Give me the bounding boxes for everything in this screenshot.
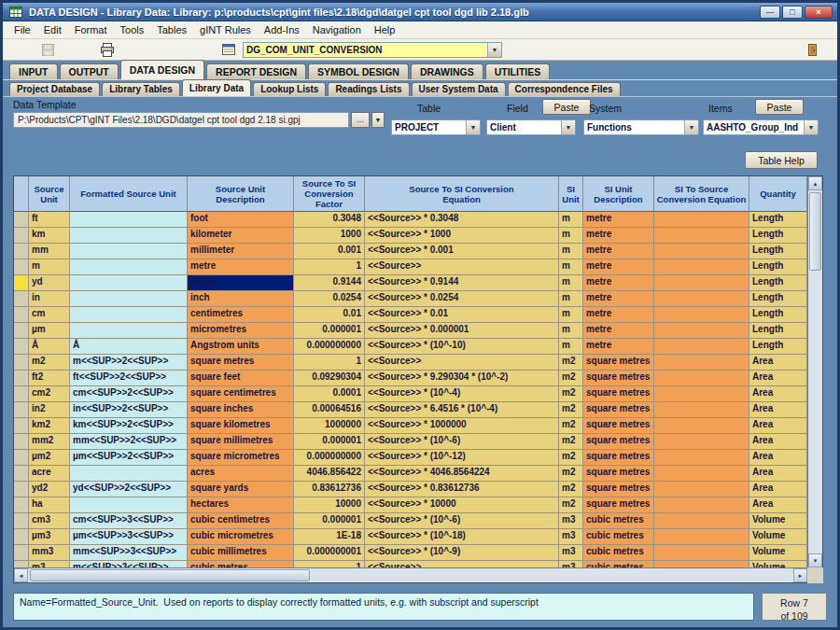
grid-cell[interactable]: Area	[749, 355, 807, 371]
grid-cell[interactable]: km	[29, 228, 70, 244]
row-selector[interactable]	[14, 482, 29, 497]
horizontal-scroll-thumb[interactable]	[30, 569, 310, 581]
grid-cell[interactable]: 0.000000001	[294, 545, 365, 561]
grid-cell[interactable]: m	[559, 275, 583, 291]
row-selector[interactable]	[14, 466, 29, 482]
grid-cell[interactable]	[70, 228, 188, 244]
grid-cell[interactable]: 0.9144	[294, 275, 365, 291]
grid-cell[interactable]: <<Source>> * 6.4516 * (10^-4)	[365, 402, 559, 418]
grid-cell[interactable]: mm<<SUP>>3<<SUP>>	[70, 545, 188, 561]
row-selector[interactable]	[14, 291, 29, 307]
grid-cell[interactable]: cm3	[29, 513, 70, 529]
grid-cell[interactable]	[70, 497, 188, 513]
grid-cell[interactable]: Length	[749, 339, 807, 355]
grid-cell[interactable]: cubic metres	[583, 561, 654, 567]
grid-cell[interactable]: 0.0001	[294, 386, 365, 402]
grid-cell[interactable]: square metres	[583, 450, 654, 466]
grid-cell[interactable]: mm<<SUP>>2<<SUP>>	[70, 434, 188, 450]
grid-cell[interactable]: in2	[29, 402, 70, 418]
grid-cell[interactable]: <<Source>> * (10^-4)	[365, 386, 559, 402]
grid-cell[interactable]: cubic metres	[188, 561, 294, 567]
menu-item-help[interactable]: Help	[368, 24, 402, 35]
menu-item-format[interactable]: Format	[68, 24, 114, 35]
menu-item-tools[interactable]: Tools	[114, 24, 151, 35]
grid-cell[interactable]	[70, 291, 188, 307]
grid-cell[interactable]: 0.000001	[294, 434, 365, 450]
grid-cell[interactable]: m2	[559, 466, 583, 482]
grid-cell[interactable]: cm	[29, 307, 70, 323]
grid-cell[interactable]: µm<<SUP>>3<<SUP>>	[70, 529, 188, 545]
grid-cell[interactable]	[654, 259, 749, 275]
grid-cell[interactable]	[654, 418, 749, 434]
grid-cell[interactable]: Volume	[749, 529, 807, 545]
menu-item-tables[interactable]: Tables	[150, 24, 193, 35]
grid-cell[interactable]: <<Source>>	[365, 355, 559, 371]
grid-cell[interactable]	[70, 466, 188, 482]
row-selector[interactable]	[14, 259, 29, 275]
grid-cell[interactable]	[654, 212, 749, 228]
row-selector[interactable]	[14, 497, 29, 513]
chevron-down-icon[interactable]: ▼	[466, 120, 480, 134]
grid-cell[interactable]: 0.000000000	[294, 339, 365, 355]
grid-cell[interactable]: kilometer	[188, 228, 294, 244]
row-selector[interactable]	[14, 371, 29, 386]
grid-cell[interactable]: m	[559, 212, 583, 228]
row-selector[interactable]	[14, 244, 29, 259]
items-combo[interactable]: AASHTO_Group_Ind ▼	[703, 119, 819, 135]
grid-cell[interactable]: <<Source>> * 1000	[365, 228, 559, 244]
table-combo[interactable]: PROJECT ▼	[391, 119, 481, 135]
system-combo[interactable]: Functions ▼	[583, 119, 699, 135]
grid-cell[interactable]: ft	[29, 212, 70, 228]
grid-cell[interactable]: metre	[583, 259, 654, 275]
grid-cell[interactable]: square kilometres	[188, 418, 294, 434]
grid-cell[interactable]: mm	[29, 244, 70, 259]
scroll-down-icon[interactable]: ▼	[808, 553, 822, 567]
grid-cell[interactable]: <<Source>> * 0.83612736	[365, 482, 559, 497]
paste-field-button[interactable]: Paste	[542, 99, 591, 115]
grid-cell[interactable]: 1E-18	[294, 529, 365, 545]
grid-cell[interactable]: Area	[749, 386, 807, 402]
table-help-button[interactable]: Table Help	[745, 151, 818, 169]
grid-cell[interactable]: µm3	[29, 529, 70, 545]
grid-cell[interactable]: metre	[583, 275, 654, 291]
grid-cell[interactable]: cm<<SUP>>2<<SUP>>	[70, 386, 188, 402]
grid-cell[interactable]: metre	[188, 259, 294, 275]
grid-cell[interactable]	[654, 402, 749, 418]
grid-cell[interactable]: m	[559, 259, 583, 275]
subtab-library-data[interactable]: Library Data	[182, 79, 251, 96]
grid-cell[interactable]: square metres	[583, 466, 654, 482]
save-icon[interactable]	[39, 42, 56, 58]
vertical-scroll-thumb[interactable]	[809, 192, 821, 271]
grid-cell[interactable]: yd2	[29, 482, 70, 497]
grid-cell[interactable]: m3	[559, 513, 583, 529]
menu-item-navigation[interactable]: Navigation	[306, 24, 368, 35]
grid-cell[interactable]: acres	[188, 466, 294, 482]
grid-cell[interactable]: m3	[559, 561, 583, 567]
grid-cell[interactable]: Length	[749, 307, 807, 323]
row-selector[interactable]	[14, 513, 29, 529]
grid-cell[interactable]: square metres	[583, 418, 654, 434]
grid-cell[interactable]	[654, 307, 749, 323]
grid-cell[interactable]: in	[29, 291, 70, 307]
grid-cell[interactable]	[70, 259, 188, 275]
grid-cell[interactable]: square metres	[583, 386, 654, 402]
grid-cell[interactable]: Volume	[749, 513, 807, 529]
grid-cell[interactable]: square metres	[583, 355, 654, 371]
field-combo[interactable]: Client ▼	[486, 119, 576, 135]
grid-cell[interactable]: cubic metres	[583, 545, 654, 561]
row-selector[interactable]	[14, 545, 29, 561]
grid-cell[interactable]: m2	[559, 418, 583, 434]
grid-cell[interactable]: cubic metres	[583, 513, 654, 529]
grid-cell[interactable]: yards	[188, 275, 294, 291]
grid-cell[interactable]: Å	[70, 339, 188, 355]
row-selector[interactable]	[14, 339, 29, 355]
horizontal-scrollbar[interactable]: ◄ ►	[14, 567, 807, 582]
grid-cell[interactable]: Area	[749, 402, 807, 418]
close-button[interactable]: ×	[805, 6, 833, 19]
chevron-down-icon[interactable]: ▼	[804, 120, 818, 134]
grid-cell[interactable]: square metres	[583, 402, 654, 418]
grid-cell[interactable]: µm	[29, 323, 70, 339]
data-template-input[interactable]: P:\Products\CPT\gINT Files\2.18\DGD\datg…	[13, 112, 349, 128]
grid-cell[interactable]: yd<<SUP>>2<<SUP>>	[70, 482, 188, 497]
grid-cell[interactable]: Area	[749, 482, 807, 497]
